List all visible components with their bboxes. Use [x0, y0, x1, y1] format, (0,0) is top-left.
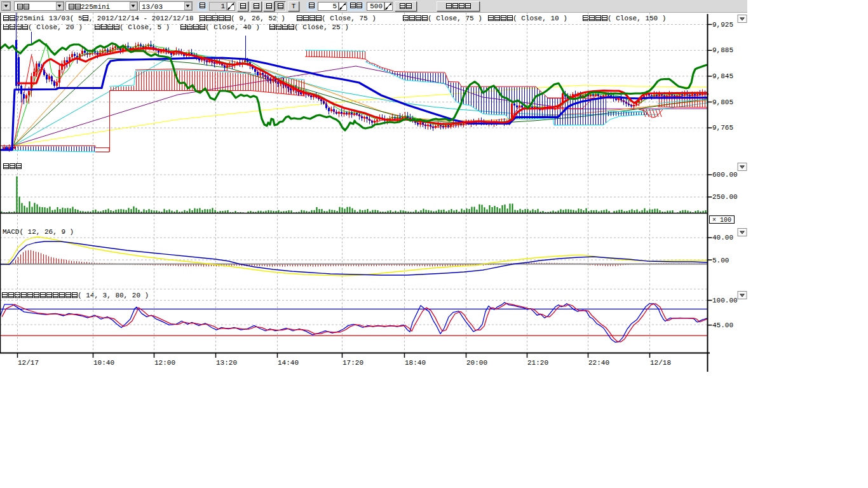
svg-text:× 100: × 100	[712, 217, 731, 224]
